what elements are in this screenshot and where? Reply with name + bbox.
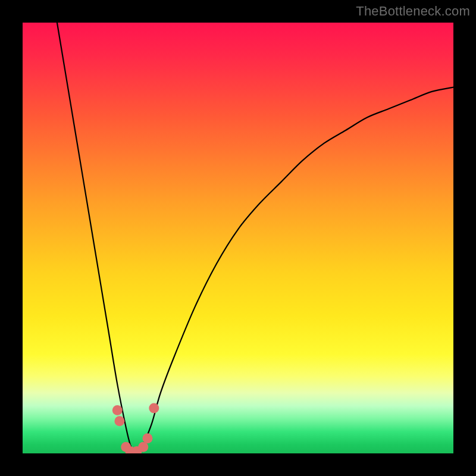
chart-frame: TheBottleneck.com <box>0 0 476 476</box>
plot-area <box>23 23 453 453</box>
curve-marker <box>149 403 159 413</box>
curve-path <box>57 23 453 453</box>
marker-layer <box>112 403 159 453</box>
bottleneck-curve <box>23 23 453 453</box>
curve-marker <box>138 442 148 452</box>
curve-marker <box>142 433 152 443</box>
curve-marker <box>112 405 123 415</box>
watermark-label: TheBottleneck.com <box>356 4 470 19</box>
curve-marker <box>114 416 124 426</box>
